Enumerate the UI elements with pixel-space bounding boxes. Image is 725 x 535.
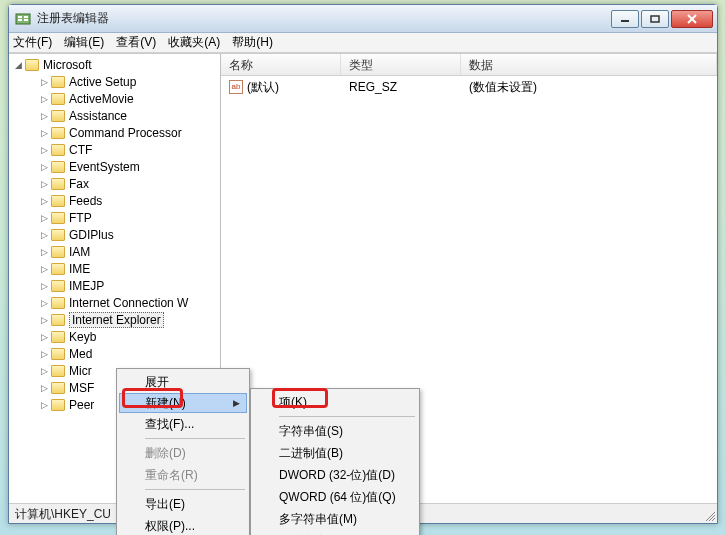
menu-separator [145,489,245,490]
expand-arrow-icon[interactable]: ▷ [39,281,49,291]
expand-arrow-icon[interactable]: ▷ [39,315,49,325]
tree-label: Command Processor [69,126,182,140]
value-type: REG_SZ [341,80,461,94]
expand-arrow-icon[interactable]: ▷ [39,349,49,359]
expand-arrow-icon[interactable]: ▷ [39,94,49,104]
folder-icon [51,127,65,139]
expand-arrow-icon[interactable]: ▷ [39,230,49,240]
expand-arrow-icon[interactable]: ▷ [39,264,49,274]
new-key[interactable]: 项(K) [253,391,417,413]
ctx-permissions[interactable]: 权限(P)... [119,515,247,535]
new-string[interactable]: 字符串值(S) [253,420,417,442]
tree-item[interactable]: ▷ActiveMovie [9,90,220,107]
tree-item[interactable]: ▷IMEJP [9,277,220,294]
context-menu-new: 项(K) 字符串值(S) 二进制值(B) DWORD (32-位)值(D) QW… [250,388,420,535]
expand-arrow-icon[interactable]: ▷ [39,213,49,223]
minimize-button[interactable] [611,10,639,28]
tree-root[interactable]: ◢Microsoft [9,56,220,73]
tree-label: Assistance [69,109,127,123]
expand-arrow-icon[interactable]: ▷ [39,298,49,308]
menu-view[interactable]: 查看(V) [116,34,156,51]
resize-grip-icon[interactable] [703,509,715,521]
window-buttons [609,10,713,28]
expand-arrow-icon[interactable]: ▷ [39,145,49,155]
tree-label: Feeds [69,194,102,208]
menu-file[interactable]: 文件(F) [13,34,52,51]
tree-item[interactable]: ▷FTP [9,209,220,226]
col-type[interactable]: 类型 [341,54,461,75]
ctx-expand[interactable]: 展开 [119,371,247,393]
close-button[interactable] [671,10,713,28]
menu-edit[interactable]: 编辑(E) [64,34,104,51]
collapse-arrow-icon[interactable]: ◢ [13,60,23,70]
expand-arrow-icon[interactable]: ▷ [39,179,49,189]
folder-icon [25,59,39,71]
expand-arrow-icon[interactable]: ▷ [39,196,49,206]
col-name[interactable]: 名称 [221,54,341,75]
folder-icon [51,229,65,241]
tree-item[interactable]: ▷CTF [9,141,220,158]
tree-item[interactable]: ▷Fax [9,175,220,192]
tree-item[interactable]: ▷Internet Explorer [9,311,220,328]
ctx-new[interactable]: 新建(N) ▶ [119,393,247,413]
tree-item[interactable]: ▷IME [9,260,220,277]
tree-item[interactable]: ▷Assistance [9,107,220,124]
tree-label: Internet Connection W [69,296,188,310]
folder-icon [51,144,65,156]
tree-label: GDIPlus [69,228,114,242]
ctx-find[interactable]: 查找(F)... [119,413,247,435]
value-name: (默认) [247,80,279,94]
list-header[interactable]: 名称 类型 数据 [221,54,717,76]
expand-arrow-icon[interactable]: ▷ [39,247,49,257]
menubar: 文件(F) 编辑(E) 查看(V) 收藏夹(A) 帮助(H) [9,33,717,53]
tree-label: CTF [69,143,92,157]
tree-item[interactable]: ▷Command Processor [9,124,220,141]
tree-label: Med [69,347,92,361]
tree-item[interactable]: ▷Keyb [9,328,220,345]
menu-favorites[interactable]: 收藏夹(A) [168,34,220,51]
new-dword[interactable]: DWORD (32-位)值(D) [253,464,417,486]
tree-label: Active Setup [69,75,136,89]
tree-item[interactable]: ▷IAM [9,243,220,260]
folder-icon [51,110,65,122]
submenu-arrow-icon: ▶ [233,398,240,408]
new-binary[interactable]: 二进制值(B) [253,442,417,464]
new-multi-string[interactable]: 多字符串值(M) [253,508,417,530]
value-data: (数值未设置) [461,79,717,96]
expand-arrow-icon[interactable]: ▷ [39,128,49,138]
ctx-rename[interactable]: 重命名(R) [119,464,247,486]
new-qword[interactable]: QWORD (64 位)值(Q) [253,486,417,508]
expand-arrow-icon[interactable]: ▷ [39,400,49,410]
tree-label: IAM [69,245,90,259]
folder-icon [51,195,65,207]
list-row[interactable]: ab(默认) REG_SZ (数值未设置) [221,78,717,96]
folder-icon [51,348,65,360]
new-expandable-string[interactable]: 可扩充字符串值(E) [253,530,417,535]
maximize-button[interactable] [641,10,669,28]
ctx-delete[interactable]: 删除(D) [119,442,247,464]
col-data[interactable]: 数据 [461,54,717,75]
app-icon [15,11,31,27]
tree-item[interactable]: ▷EventSystem [9,158,220,175]
expand-arrow-icon[interactable]: ▷ [39,111,49,121]
folder-icon [51,76,65,88]
folder-icon [51,314,65,326]
expand-arrow-icon[interactable]: ▷ [39,366,49,376]
tree-item[interactable]: ▷Internet Connection W [9,294,220,311]
tree-item[interactable]: ▷Active Setup [9,73,220,90]
tree-item[interactable]: ▷Feeds [9,192,220,209]
tree-label: Fax [69,177,89,191]
tree-item[interactable]: ▷Med [9,345,220,362]
tree-label: FTP [69,211,92,225]
expand-arrow-icon[interactable]: ▷ [39,77,49,87]
folder-icon [51,382,65,394]
folder-icon [51,331,65,343]
expand-arrow-icon[interactable]: ▷ [39,162,49,172]
expand-arrow-icon[interactable]: ▷ [39,383,49,393]
tree-item[interactable]: ▷GDIPlus [9,226,220,243]
menu-help[interactable]: 帮助(H) [232,34,273,51]
tree-label: Peer [69,398,94,412]
ctx-export[interactable]: 导出(E) [119,493,247,515]
titlebar[interactable]: 注册表编辑器 [9,5,717,33]
expand-arrow-icon[interactable]: ▷ [39,332,49,342]
